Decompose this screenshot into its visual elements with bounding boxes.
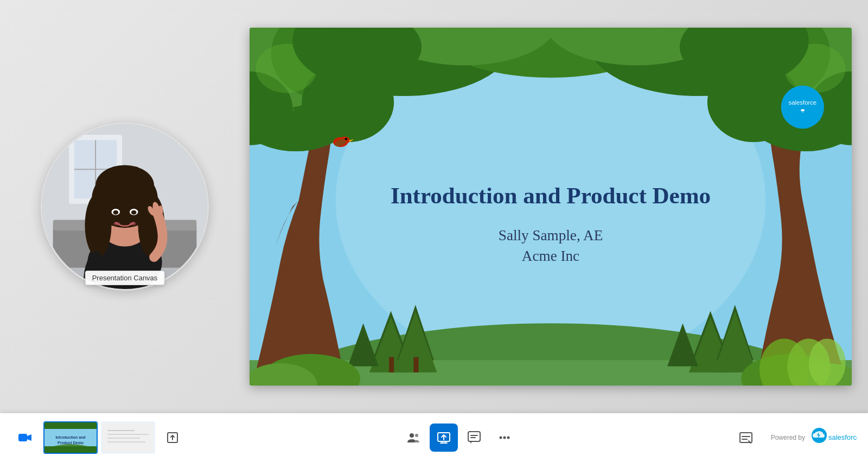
- presenter-video: [41, 123, 209, 291]
- svg-point-12: [85, 193, 111, 257]
- svg-point-100: [500, 437, 502, 439]
- slides-strip: Introduction and Product Demo: [43, 421, 187, 454]
- more-options-button[interactable]: [490, 424, 519, 452]
- presentation-canvas-tooltip: Presentation Canvas: [85, 271, 165, 285]
- svg-rect-103: [740, 433, 752, 442]
- svg-text:salesforce: salesforce: [828, 433, 857, 441]
- upload-slide-button[interactable]: [158, 424, 187, 452]
- svg-point-102: [507, 437, 510, 439]
- svg-rect-85: [44, 446, 97, 453]
- svg-text:Introduction and Product Demo: Introduction and Product Demo: [391, 183, 711, 208]
- svg-point-74: [809, 339, 846, 386]
- svg-point-95: [415, 434, 418, 437]
- svg-point-18: [131, 210, 137, 215]
- svg-point-101: [503, 437, 506, 439]
- svg-text:Product Demo: Product Demo: [58, 441, 84, 445]
- svg-point-14: [95, 165, 154, 206]
- salesforce-logo: salesforce: [808, 428, 857, 447]
- slide-content: salesforce 🌩 Introduction and Product De…: [250, 28, 852, 386]
- svg-text:Acme Inc: Acme Inc: [522, 248, 579, 264]
- toolbar: Introduction and Product Demo: [0, 413, 868, 462]
- slide-thumb-1[interactable]: Introduction and Product Demo: [43, 421, 98, 454]
- share-screen-button[interactable]: [430, 424, 458, 452]
- svg-text:Sally Sample, AE: Sally Sample, AE: [499, 227, 603, 243]
- svg-point-94: [410, 433, 414, 438]
- svg-text:salesforce: salesforce: [789, 99, 817, 106]
- svg-rect-61: [389, 357, 394, 373]
- svg-point-17: [113, 210, 118, 215]
- chat-button[interactable]: [460, 424, 488, 452]
- svg-text:🌩: 🌩: [800, 108, 805, 114]
- presenter-area: Presentation Canvas: [16, 123, 233, 291]
- svg-point-23: [158, 206, 163, 216]
- captions-button[interactable]: [732, 424, 760, 452]
- slide-thumb-2[interactable]: [101, 421, 155, 454]
- main-content: Presentation Canvas: [0, 0, 868, 413]
- svg-text:Introduction and: Introduction and: [55, 435, 85, 439]
- powered-by-label: Powered by: [771, 434, 805, 441]
- participants-button[interactable]: [399, 424, 427, 452]
- zoom-button[interactable]: [11, 424, 39, 452]
- svg-rect-97: [468, 432, 480, 441]
- center-controls: [399, 424, 519, 452]
- svg-point-19: [113, 222, 120, 225]
- svg-rect-81: [18, 434, 27, 441]
- powered-by-section: Powered by salesforce: [771, 428, 857, 447]
- svg-rect-62: [413, 357, 418, 373]
- svg-rect-84: [44, 422, 97, 429]
- svg-rect-88: [102, 422, 154, 453]
- svg-point-75: [781, 86, 824, 129]
- svg-point-20: [130, 222, 136, 225]
- presentation-slide: salesforce 🌩 Introduction and Product De…: [250, 28, 852, 386]
